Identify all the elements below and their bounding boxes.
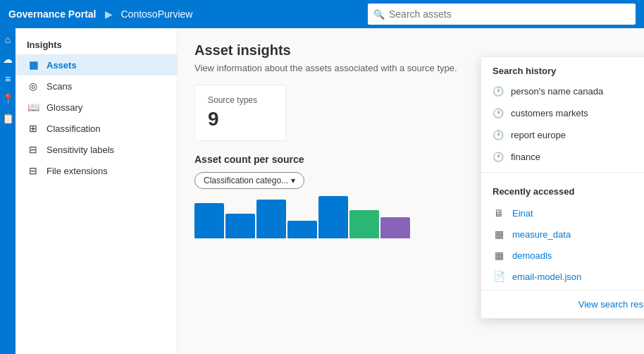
history-item-3[interactable]: 🕐 report europe [481, 124, 644, 146]
recent-item-3-text: demoadls [512, 250, 552, 261]
recently-row: Recently accessed View all [481, 177, 644, 202]
recent-item-2-text: measure_data [512, 229, 571, 240]
history-label: Search history [481, 57, 644, 80]
recent-item-3[interactable]: ▦ demoadls [481, 245, 644, 266]
recent-icon-1: 🖥 [493, 207, 505, 219]
metric-card-source-types: Source types 9 [194, 85, 286, 141]
sidebar-item-file-ext-label: File extensions [47, 166, 108, 176]
history-item-4[interactable]: 🕐 finance [481, 146, 644, 168]
scans-icon: ◎ [27, 80, 39, 92]
history-item-3-text: report europe [511, 130, 566, 140]
history-clock-icon-1: 🕐 [493, 86, 504, 97]
sidebar-item-sensitivity-label: Sensitivity labels [47, 145, 114, 155]
file-ext-icon: ⊟ [27, 165, 39, 176]
recent-item-4-text: email-model.json [512, 271, 581, 282]
history-clock-icon-3: 🕐 [493, 130, 504, 140]
recent-item-1-text: Einat [512, 208, 533, 219]
content-description: View information about the assets associ… [194, 63, 476, 73]
topbar-subtitle: ContosoPurview [121, 8, 193, 20]
search-input[interactable] [368, 4, 636, 25]
history-item-1[interactable]: 🕐 person's name canada [481, 80, 644, 102]
sidebar-item-glossary-label: Glossary [47, 102, 82, 113]
chart-bar-7 [380, 217, 410, 238]
sidebar-item-assets[interactable]: ▦ Assets [16, 54, 177, 75]
chart-bar-3 [256, 200, 286, 238]
recent-item-4[interactable]: 📄 email-model.json [481, 266, 644, 287]
search-wrapper: 🔍 [368, 4, 636, 25]
sidebar-item-glossary[interactable]: 📖 Glossary [16, 97, 177, 118]
metric-value: 9 [208, 108, 273, 130]
search-icon: 🔍 [373, 9, 385, 20]
recently-label: Recently accessed [493, 186, 574, 197]
recent-item-1[interactable]: 🖥 Einat [481, 202, 644, 224]
icon-rail: ⌂ ☁ ≡ 📍 📋 [0, 28, 16, 354]
history-item-2-text: customers markets [511, 108, 588, 118]
history-clock-icon-4: 🕐 [493, 152, 504, 162]
recent-icon-2: ▦ [493, 228, 505, 240]
sidebar-item-scans-label: Scans [47, 81, 72, 92]
filter-button[interactable]: Classification catego... ▾ [194, 172, 304, 189]
sidebar-item-scans[interactable]: ◎ Scans [16, 75, 177, 97]
rail-list-icon[interactable]: ≡ [5, 73, 11, 85]
content-area: Asset insights View information about th… [178, 28, 644, 354]
rail-pin-icon[interactable]: 📍 [2, 93, 14, 104]
classification-icon: ⊞ [27, 123, 39, 134]
recent-item-2[interactable]: ▦ measure_data [481, 224, 644, 245]
topbar-separator: ▶ [105, 8, 113, 20]
sidebar: Insights ▦ Assets ◎ Scans 📖 Glossary ⊞ C… [16, 28, 178, 354]
chart-bar-4 [287, 221, 317, 238]
history-clock-icon-2: 🕐 [493, 108, 504, 118]
history-item-2[interactable]: 🕐 customers markets [481, 102, 644, 124]
view-search-results[interactable]: View search results [481, 290, 644, 318]
search-dropdown: Search history 🕐 person's name canada 🕐 … [481, 56, 644, 319]
rail-doc-icon[interactable]: 📋 [2, 113, 14, 124]
chart-bar-1 [194, 203, 224, 238]
chevron-down-icon: ▾ [291, 176, 295, 185]
assets-icon: ▦ [27, 59, 39, 71]
sidebar-section-label: Insights [16, 35, 177, 54]
sidebar-item-classification-label: Classification [47, 123, 101, 134]
sidebar-item-file-extensions[interactable]: ⊟ File extensions [16, 160, 177, 181]
rail-home-icon[interactable]: ⌂ [5, 34, 11, 45]
divider [481, 172, 644, 173]
glossary-icon: 📖 [27, 102, 39, 113]
rail-cloud-icon[interactable]: ☁ [3, 54, 13, 65]
chart-bar-2 [225, 214, 255, 238]
chart-bar-5 [318, 196, 348, 238]
chart-bar-6 [349, 210, 379, 238]
history-item-4-text: finance [511, 152, 540, 162]
sidebar-item-sensitivity-labels[interactable]: ⊟ Sensitivity labels [16, 139, 177, 160]
history-item-1-text: person's name canada [511, 86, 603, 97]
sidebar-item-assets-label: Assets [47, 60, 77, 71]
sensitivity-icon: ⊟ [27, 144, 39, 155]
sidebar-item-classification[interactable]: ⊞ Classification [16, 118, 177, 139]
main-layout: ⌂ ☁ ≡ 📍 📋 Insights ▦ Assets ◎ Scans 📖 Gl… [0, 28, 644, 354]
metric-label: Source types [208, 95, 273, 105]
topbar-title: Governance Portal [8, 8, 97, 20]
topbar: Governance Portal ▶ ContosoPurview 🔍 [0, 0, 644, 28]
filter-label: Classification catego... [204, 176, 288, 185]
recent-icon-3: ▦ [493, 250, 505, 261]
recent-icon-4: 📄 [493, 271, 505, 282]
